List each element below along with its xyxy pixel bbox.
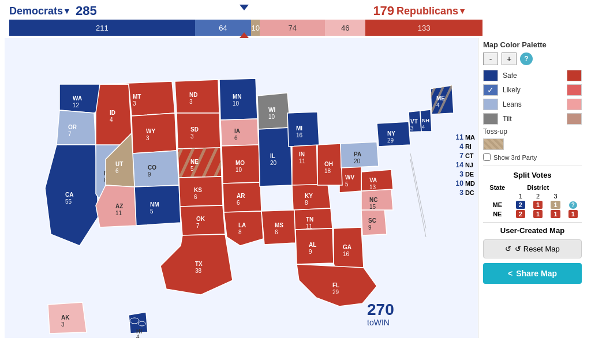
bar-tossup: 10 — [251, 20, 260, 36]
svg-point-97 — [130, 318, 139, 324]
svg-text:16: 16 — [296, 132, 303, 138]
rep-likely-color — [567, 84, 582, 96]
nj-label: NJ — [465, 162, 473, 168]
svg-text:UT: UT — [115, 161, 123, 167]
svg-text:11: 11 — [115, 210, 122, 216]
safe-label: Safe — [503, 72, 562, 80]
dem-label[interactable]: Democrats — [9, 5, 63, 17]
svg-text:SD: SD — [190, 126, 199, 133]
reset-map-button[interactable]: ↺ ↺ Reset Map — [483, 239, 582, 258]
svg-text:6: 6 — [275, 229, 278, 235]
svg-text:9: 9 — [368, 224, 372, 231]
state-mi[interactable] — [287, 112, 319, 147]
svg-text:8: 8 — [305, 200, 308, 206]
svg-text:6: 6 — [194, 194, 197, 200]
split-row-ne: NE 2 1 1 1 — [483, 209, 582, 219]
share-map-button[interactable]: < Share Map — [483, 263, 582, 284]
svg-text:3: 3 — [146, 135, 149, 141]
dem-safe-color — [483, 70, 498, 81]
state-sd[interactable] — [177, 113, 220, 149]
rep-dropdown[interactable]: ▼ — [458, 6, 466, 16]
svg-text:WA: WA — [73, 95, 82, 102]
show-3rd-checkbox[interactable] — [483, 153, 491, 161]
reset-label: ↺ Reset Map — [515, 245, 559, 253]
show-3rd-row: Show 3rd Party — [483, 153, 582, 161]
us-map[interactable]: WA 12 OR 7 CA 55 NV 6 ID 4 MT 3 WY — [5, 38, 478, 338]
svg-text:5: 5 — [150, 208, 154, 215]
svg-text:4: 4 — [110, 117, 113, 123]
legend-row-leans: Leans — [483, 99, 582, 110]
svg-text:3: 3 — [190, 133, 194, 140]
show-3rd-label: Show 3rd Party — [493, 154, 537, 161]
legend-row-tossup: Toss-up — [483, 127, 582, 136]
divider-1 — [483, 166, 582, 166]
svg-text:9: 9 — [148, 171, 151, 178]
ct-label: CT — [465, 152, 474, 159]
tossup-swatch — [483, 138, 504, 150]
split-row-me: ME 2 1 1 ? — [483, 200, 582, 209]
svg-text:MI: MI — [296, 125, 302, 132]
dem-tilt-color — [483, 113, 498, 125]
svg-text:NM: NM — [150, 201, 159, 208]
svg-text:3: 3 — [189, 99, 193, 105]
svg-text:NH: NH — [422, 118, 429, 123]
svg-text:ME: ME — [436, 95, 445, 102]
svg-text:3: 3 — [410, 125, 414, 132]
user-map-title: User-Created Map — [483, 226, 582, 235]
ct-count: 7 — [453, 152, 463, 160]
svg-text:KY: KY — [305, 193, 313, 199]
me-d3: 1 — [547, 200, 564, 209]
svg-text:6: 6 — [234, 135, 238, 141]
minus-button[interactable]: - — [483, 52, 498, 65]
svg-text:MS: MS — [275, 222, 283, 228]
de-label: DE — [465, 171, 474, 178]
small-states-panel: 11 MA 4 RI 7 CT 14 NJ 3 DE 10 MD — [453, 133, 475, 198]
svg-text:AR: AR — [237, 193, 245, 199]
svg-text:4: 4 — [436, 102, 440, 108]
rep-safe-color — [567, 70, 582, 81]
state-il[interactable] — [259, 127, 292, 186]
tilt-label: Tilt — [503, 115, 562, 123]
svg-text:270: 270 — [367, 301, 394, 318]
dem-dropdown[interactable]: ▼ — [63, 6, 71, 16]
svg-text:4: 4 — [136, 334, 140, 338]
svg-text:WI: WI — [268, 107, 275, 113]
de-count: 3 — [453, 170, 463, 178]
divider-2 — [483, 222, 582, 223]
svg-text:20: 20 — [354, 158, 361, 164]
svg-text:12: 12 — [73, 102, 80, 108]
svg-text:29: 29 — [332, 289, 339, 295]
svg-text:7: 7 — [196, 223, 200, 229]
svg-text:10: 10 — [268, 114, 275, 120]
svg-text:OK: OK — [196, 216, 205, 222]
md-label: MD — [465, 180, 475, 187]
dc-label: DC — [465, 189, 474, 196]
state-va[interactable] — [361, 170, 393, 191]
likely-label: Likely — [503, 86, 562, 94]
svg-text:IA: IA — [234, 128, 240, 134]
plus-button[interactable]: + — [502, 52, 517, 65]
rep-label[interactable]: Republicans — [397, 5, 458, 17]
md-count: 10 — [453, 179, 463, 187]
svg-text:SC: SC — [368, 217, 376, 224]
svg-text:TN: TN — [306, 216, 313, 223]
leans-label: Leans — [503, 100, 562, 108]
svg-text:TX: TX — [195, 261, 203, 267]
svg-text:WV: WV — [345, 174, 354, 181]
svg-text:VT: VT — [410, 118, 418, 125]
me-help[interactable]: ? — [564, 200, 582, 209]
svg-text:15: 15 — [369, 204, 376, 210]
rep-arrow — [240, 32, 249, 38]
svg-text:4: 4 — [422, 124, 425, 130]
svg-text:6: 6 — [237, 200, 240, 206]
legend-row-tilt: Tilt — [483, 113, 582, 125]
col-blank — [564, 183, 582, 192]
ne-d2: 1 — [529, 209, 547, 219]
help-button[interactable]: ? — [520, 52, 533, 65]
ne-d4: 1 — [564, 209, 582, 219]
svg-text:FL: FL — [332, 282, 339, 288]
svg-text:ID: ID — [110, 110, 115, 116]
ne-d1: 2 — [512, 209, 529, 219]
svg-text:IL: IL — [270, 153, 275, 159]
svg-text:13: 13 — [369, 184, 376, 190]
